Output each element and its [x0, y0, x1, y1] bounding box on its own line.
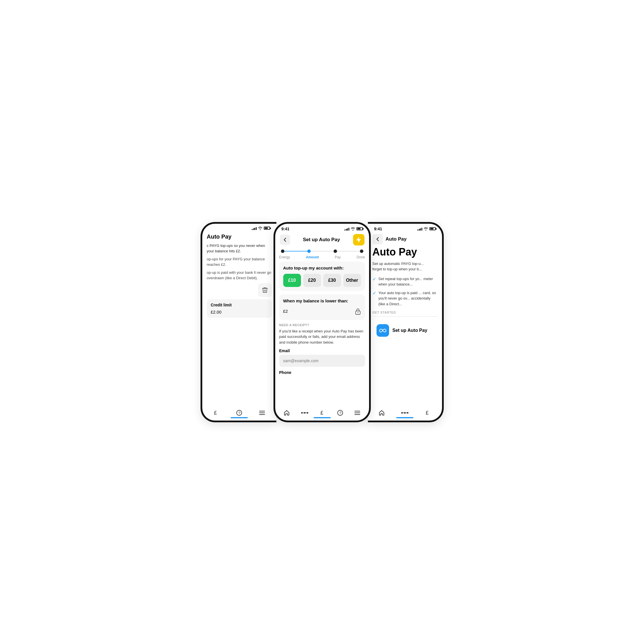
nav-pound-2-icon[interactable]: £ [320, 410, 326, 416]
nav-pound-right-icon[interactable]: £ [425, 410, 431, 416]
amount-30-button[interactable]: £30 [323, 274, 341, 287]
nav-dots-icon[interactable] [301, 411, 309, 415]
receipt-label: NEED A RECEIPT? [279, 323, 365, 327]
step-dot-done [360, 249, 363, 253]
amount-options: £10 £20 £30 Other [283, 274, 361, 287]
step-line-1 [284, 251, 307, 251]
phone3-header-title: Auto Pay [386, 236, 407, 242]
receipt-text: If you'd like a receipt when your Auto P… [279, 328, 365, 345]
step-dot-energy [281, 249, 284, 253]
bottom-nav-right: £ [368, 407, 442, 421]
credit-limit-value: £2.00 [211, 310, 268, 314]
signal-icon-right [417, 227, 422, 231]
balance-section-title: When my balance is lower than: [283, 298, 361, 303]
credit-limit-box: Credit limit £2.00 [207, 299, 272, 318]
nav-home-right-icon[interactable] [379, 410, 385, 416]
phone-right: 9:41 [368, 222, 444, 422]
phone1-text1: c PAYG top-ups so you never when your ba… [207, 243, 272, 254]
wifi-icon-center [351, 227, 355, 231]
autopay-description: Set up automatic PAYG top-u...forget to … [372, 261, 437, 272]
step-labels: Energy Amount Pay Done [275, 255, 369, 261]
status-bar-left [202, 224, 276, 231]
email-field-label: Email [279, 348, 365, 353]
status-time-center: 9:41 [282, 227, 290, 231]
phone2-header: Set up Auto Pay [275, 232, 369, 247]
progress-bar [275, 247, 369, 255]
credit-limit-label: Credit limit [211, 303, 268, 307]
balance-trigger: £2 [283, 307, 361, 316]
check-item-1: ✓ Set repeat top-ups for yo... meter whe… [372, 276, 437, 287]
nav-menu-icon[interactable] [259, 411, 265, 415]
step-dot-pay [334, 249, 337, 253]
step-label-done: Done [357, 255, 365, 259]
step-label-energy: Energy [279, 255, 290, 259]
checkmark-icon-1: ✓ [372, 276, 376, 282]
svg-text:£: £ [320, 410, 323, 416]
nav-home-icon[interactable] [284, 410, 290, 416]
step-label-pay: Pay [335, 255, 341, 259]
status-bar-right: 9:41 [368, 224, 442, 232]
lock-icon [355, 308, 361, 315]
balance-section: When my balance is lower than: £2 [279, 294, 365, 320]
amount-10-button[interactable]: £10 [283, 274, 301, 287]
delete-icon-box [258, 283, 272, 297]
phone1-title: Auto Pay [207, 233, 272, 240]
bottom-nav-center: £ ? [275, 407, 369, 421]
step-dot-amount [307, 249, 311, 253]
signal-icon [252, 227, 257, 230]
phone-center: 9:41 [274, 222, 371, 422]
phone2-header-title: Set up Auto Pay [303, 237, 340, 243]
amount-20-button[interactable]: £20 [303, 274, 321, 287]
topup-section: Auto top-up my account with: £10 £20 £30… [279, 261, 365, 291]
battery-icon-right [429, 227, 436, 230]
nav-help-2-icon[interactable]: ? [337, 410, 343, 416]
back-button[interactable] [280, 235, 290, 245]
wifi-icon [258, 227, 262, 230]
amount-other-button[interactable]: Other [343, 274, 361, 287]
bottom-nav-left: £ ? [202, 407, 276, 421]
phone-field-label: Phone [279, 370, 365, 375]
phone1-text2: op-ups for your PAYG your balance reache… [207, 256, 272, 267]
nav-dots-right-icon[interactable] [401, 411, 409, 415]
back-button-right[interactable] [372, 234, 383, 244]
receipt-section: NEED A RECEIPT? If you'd like a receipt … [275, 323, 369, 380]
nav-help-icon[interactable]: ? [236, 410, 242, 416]
phone-left: Auto Pay c PAYG top-ups so you never whe… [201, 222, 276, 422]
status-bar-center: 9:41 [275, 224, 369, 232]
infinity-icon [377, 324, 389, 337]
check-item-2: ✓ Your auto top-up is paid ... card, so … [372, 290, 437, 307]
svg-text:?: ? [238, 411, 240, 415]
status-time-right: 9:41 [374, 227, 382, 231]
battery-icon-center [356, 227, 363, 230]
check-text-1: Set repeat top-ups for yo... meter when … [379, 276, 437, 287]
trash-icon [261, 287, 268, 294]
balance-value: £2 [283, 309, 288, 314]
battery-icon [264, 227, 270, 230]
svg-text:?: ? [339, 411, 341, 415]
setup-autopay-button[interactable]: Set up Auto Pay [372, 320, 437, 341]
step-line-2 [311, 251, 334, 251]
get-started-divider [372, 316, 437, 317]
svg-text:£: £ [426, 410, 429, 416]
setup-btn-text: Set up Auto Pay [393, 328, 427, 333]
lightning-button[interactable] [353, 234, 364, 245]
phone1-text3: op-up is paid with your bank ll never go… [207, 270, 272, 281]
svg-point-4 [357, 312, 358, 313]
topup-section-title: Auto top-up my account with: [283, 265, 361, 270]
wifi-icon-right [424, 227, 428, 231]
autopay-main-title: Auto Pay [372, 246, 437, 258]
step-label-amount: Amount [306, 255, 319, 259]
nav-pound-icon[interactable]: £ [213, 410, 219, 416]
signal-icon-center [344, 227, 349, 231]
svg-text:£: £ [214, 410, 217, 416]
step-line-3 [337, 251, 360, 251]
nav-menu-2-icon[interactable] [354, 411, 360, 415]
checkmark-icon-2: ✓ [372, 290, 376, 296]
get-started-label: GET STARTED [372, 311, 437, 314]
email-input[interactable] [279, 355, 365, 367]
check-text-2: Your auto top-up is paid ... card, so yo… [379, 290, 437, 307]
phone3-header: Auto Pay [368, 232, 442, 246]
